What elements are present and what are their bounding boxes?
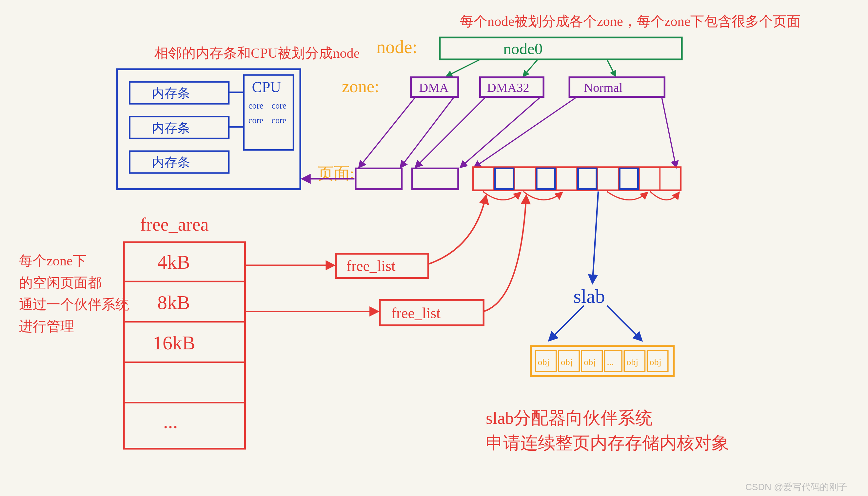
page-row bbox=[356, 167, 681, 190]
annotation-top-right: 每个node被划分成各个zone，每个zone下包含很多个页面 bbox=[460, 13, 801, 29]
node0-label: node0 bbox=[503, 40, 543, 58]
svg-text:obj: obj bbox=[650, 357, 661, 367]
svg-line-55 bbox=[549, 306, 584, 340]
zone-dma32: DMA32 bbox=[480, 77, 544, 97]
svg-text:...: ... bbox=[607, 357, 614, 367]
cpu-node-box: 内存条 内存条 内存条 CPU core core core core bbox=[117, 69, 300, 189]
slab-label: slab bbox=[573, 285, 605, 307]
svg-line-9 bbox=[607, 59, 615, 76]
annotation-left: 每个zone下 的空闲页面都 通过一个伙伴系统 进行管理 bbox=[19, 253, 129, 334]
svg-text:的空闲页面都: 的空闲页面都 bbox=[19, 275, 102, 290]
svg-line-54 bbox=[592, 191, 598, 283]
slab-obj-box: obj obj obj ... obj obj bbox=[531, 346, 674, 376]
svg-text:obj: obj bbox=[584, 357, 596, 367]
svg-text:obj: obj bbox=[626, 357, 638, 367]
annotation-bottom-1: slab分配器向伙伴系统 bbox=[486, 408, 653, 428]
cpu-core-01: core bbox=[271, 101, 286, 111]
node0-box bbox=[440, 37, 682, 59]
svg-rect-36 bbox=[578, 168, 597, 189]
svg-text:obj: obj bbox=[561, 357, 573, 367]
label-page: 页面: bbox=[318, 164, 354, 182]
svg-text:进行管理: 进行管理 bbox=[19, 319, 74, 334]
zone-dma: DMA bbox=[411, 77, 458, 97]
svg-line-16 bbox=[359, 97, 415, 167]
free-area-row-4: ... bbox=[163, 411, 178, 432]
svg-text:通过一个伙伴系统: 通过一个伙伴系统 bbox=[19, 297, 129, 312]
svg-line-19 bbox=[461, 97, 541, 167]
svg-text:free_list: free_list bbox=[391, 305, 440, 322]
free-area-row-2: 16kB bbox=[153, 332, 195, 354]
diagram-canvas: 相邻的内存条和CPU被划分成node 每个node被划分成各个zone，每个zo… bbox=[0, 0, 868, 496]
free-area-row-1: 8kB bbox=[157, 292, 190, 313]
svg-rect-34 bbox=[495, 168, 513, 189]
svg-line-56 bbox=[607, 306, 641, 340]
free-area-table: 4kB 8kB 16kB ... bbox=[124, 242, 245, 448]
svg-text:DMA32: DMA32 bbox=[487, 81, 529, 94]
label-zone: zone: bbox=[342, 77, 379, 96]
cpu-core-10: core bbox=[248, 116, 263, 125]
svg-text:每个zone下: 每个zone下 bbox=[19, 253, 86, 268]
cpu-core-00: core bbox=[248, 101, 263, 111]
svg-rect-37 bbox=[620, 168, 638, 189]
annotation-bottom-2: 申请连续整页内存存储内核对象 bbox=[486, 433, 729, 452]
svg-rect-35 bbox=[536, 168, 555, 189]
mem-label-0: 内存条 bbox=[152, 86, 190, 100]
svg-rect-23 bbox=[412, 168, 458, 189]
watermark: CSDN @爱写代码的刚子 bbox=[745, 482, 847, 492]
svg-line-8 bbox=[524, 59, 538, 76]
mem-label-2: 内存条 bbox=[152, 155, 190, 169]
free-list-0: free_list bbox=[336, 254, 428, 278]
svg-text:DMA: DMA bbox=[419, 81, 448, 94]
svg-text:obj: obj bbox=[537, 357, 549, 367]
mem-label-1: 内存条 bbox=[152, 121, 190, 135]
free-area-title: free_area bbox=[140, 214, 208, 235]
annotation-top-left: 相邻的内存条和CPU被划分成node bbox=[155, 45, 359, 61]
svg-line-18 bbox=[416, 97, 486, 167]
svg-line-20 bbox=[474, 97, 577, 167]
zone-normal: Normal bbox=[569, 77, 664, 97]
label-node: node: bbox=[376, 37, 417, 57]
svg-line-21 bbox=[661, 97, 676, 167]
cpu-title: CPU bbox=[252, 79, 281, 95]
svg-line-7 bbox=[447, 59, 480, 76]
cpu-core-11: core bbox=[271, 116, 286, 125]
svg-text:free_list: free_list bbox=[347, 258, 396, 274]
svg-text:Normal: Normal bbox=[584, 81, 623, 94]
svg-line-17 bbox=[401, 97, 454, 167]
free-list-1: free_list bbox=[380, 300, 483, 325]
svg-rect-22 bbox=[356, 168, 402, 189]
free-area-row-0: 4kB bbox=[157, 251, 190, 273]
